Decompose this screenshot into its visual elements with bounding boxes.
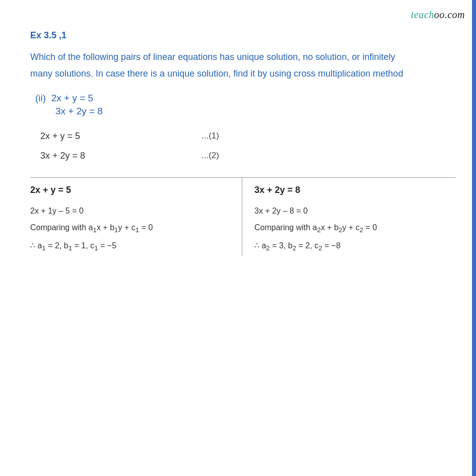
numbered-equations: 2x + y = 5 ...(1) 3x + 2y = 8 ...(2) bbox=[40, 131, 456, 161]
right-line1: 3x + 2y – 8 = 0 bbox=[254, 202, 456, 220]
question-text: Which of the following pairs of linear e… bbox=[30, 49, 413, 83]
right-col-body: 3x + 2y – 8 = 0 Comparing with a2x + b2y… bbox=[254, 202, 456, 256]
page-container: teachoo.com Ex 3.5 ,1 Which of the follo… bbox=[0, 0, 476, 476]
right-line2: Comparing with a2x + b2y + c2 = 0 bbox=[254, 219, 456, 237]
exercise-label: Ex 3.5 ,1 bbox=[30, 30, 456, 41]
brand-teal: teach bbox=[411, 9, 434, 20]
accent-bar bbox=[472, 0, 476, 476]
left-line3: ∴ a1 = 2, b1 = 1, c1 = −5 bbox=[30, 237, 232, 255]
right-column: 3x + 2y = 8 3x + 2y – 8 = 0 Comparing wi… bbox=[242, 178, 456, 256]
part-eq1: 2x + y = 5 bbox=[51, 93, 93, 103]
comparison-section: 2x + y = 5 2x + 1y – 5 = 0 Comparing wit… bbox=[30, 177, 456, 256]
left-line1: 2x + 1y – 5 = 0 bbox=[30, 202, 232, 220]
right-line3: ∴ a2 = 3, b2 = 2, c2 = −8 bbox=[254, 237, 456, 255]
part-ii-label: (ii) 2x + y = 5 bbox=[35, 93, 456, 104]
brand-domain: .com bbox=[445, 9, 465, 20]
left-col-header: 2x + y = 5 bbox=[30, 185, 232, 195]
eq2-label: ...(2) bbox=[201, 151, 219, 161]
left-col-body: 2x + 1y – 5 = 0 Comparing with a1x + b1y… bbox=[30, 202, 232, 256]
left-line2: Comparing with a1x + b1y + c1 = 0 bbox=[30, 219, 232, 237]
eq1-label: ...(1) bbox=[201, 131, 219, 141]
main-content: Ex 3.5 ,1 Which of the following pairs o… bbox=[30, 30, 456, 466]
eq2-text: 3x + 2y = 8 bbox=[40, 151, 151, 161]
part-ii-eq2: 3x + 2y = 8 bbox=[55, 106, 456, 117]
brand-oo: oo bbox=[434, 9, 445, 20]
right-col-header: 3x + 2y = 8 bbox=[254, 185, 456, 195]
numbered-eq-row-2: 3x + 2y = 8 ...(2) bbox=[40, 151, 456, 161]
left-column: 2x + y = 5 2x + 1y – 5 = 0 Comparing wit… bbox=[30, 178, 242, 256]
branding: teachoo.com bbox=[411, 9, 465, 21]
eq1-text: 2x + y = 5 bbox=[40, 131, 151, 142]
numbered-eq-row-1: 2x + y = 5 ...(1) bbox=[40, 131, 456, 142]
part-label: (ii) bbox=[35, 93, 51, 103]
